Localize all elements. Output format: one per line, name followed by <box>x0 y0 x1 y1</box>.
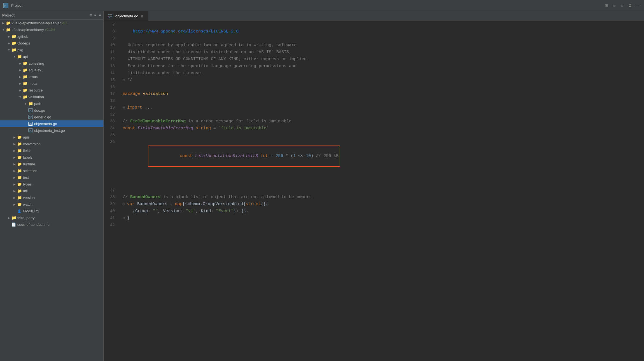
settings-btn[interactable]: ⚙ <box>627 3 633 8</box>
item-label: version <box>23 196 35 200</box>
sidebar-item-runtime[interactable]: ▶ 📁 runtime <box>0 161 103 167</box>
line-num: 38 <box>104 194 120 200</box>
sidebar-item-objectmeta-go[interactable]: ▶ go objectmeta.go <box>0 120 103 127</box>
sidebar-item-resource[interactable]: ▶ 📁 resource <box>0 87 103 93</box>
folder-icon: 📁 <box>22 95 27 99</box>
title-bar-title: Project <box>11 3 22 8</box>
sidebar-item-equality[interactable]: ▶ 📁 equality <box>0 67 103 73</box>
sidebar-item-pkg[interactable]: ▼ 📁 pkg <box>0 46 103 53</box>
line-content: Unless required by applicable law or agr… <box>120 42 644 49</box>
license-link[interactable]: http://www.apache.org/licenses/LICENSE-2… <box>133 29 239 34</box>
collapse-btn[interactable]: ≡ <box>612 3 617 8</box>
sidebar-header: Project ⊞ ≡ ≡ <box>0 11 103 20</box>
sidebar-item-apitesting[interactable]: ▶ 📁 apitesting <box>0 60 103 67</box>
sidebar-item-generic-go[interactable]: ▶ go generic.go <box>0 114 103 120</box>
folder-icon: 📁 <box>11 216 16 220</box>
sidebar-item-fields[interactable]: ▶ 📁 fields <box>0 147 103 154</box>
line-content: WITHOUT WARRANTIES OR CONDITIONS OF ANY … <box>120 56 644 63</box>
fold-icon[interactable]: ⊟ <box>123 215 127 222</box>
sidebar-item-test[interactable]: ▶ 📁 test <box>0 174 103 181</box>
item-label: api <box>23 55 28 59</box>
code-line-17: 17 package validation <box>104 90 644 97</box>
fold-icon[interactable]: ⊞ <box>123 104 127 111</box>
folder-icon: 📁 <box>11 41 16 45</box>
folder-icon: 📁 <box>22 75 27 79</box>
sidebar: Project ⊞ ≡ ≡ ▶ 📁 k8s.io/apiextensions-a… <box>0 11 104 361</box>
line-content: limitations under the License. <box>120 70 644 77</box>
tab-close-btn[interactable]: ✕ <box>140 14 144 18</box>
tab-file-icon: go <box>108 14 113 18</box>
line-num: 7 <box>104 21 120 28</box>
arrow-icon: ▶ <box>7 35 11 38</box>
arrow-icon: ▼ <box>7 48 11 51</box>
svg-text:P: P <box>4 4 6 7</box>
folder-icon: 📁 <box>17 202 22 206</box>
fold-icon[interactable]: ⊟ <box>123 201 127 208</box>
line-num: 33 <box>104 118 120 125</box>
item-label: conversion <box>23 142 41 146</box>
item-label: .github <box>17 34 28 39</box>
sidebar-item-coc[interactable]: ▶ 📄 code-of-conduct.md <box>0 221 103 228</box>
sidebar-item-apimachinery[interactable]: ▼ 📁 k8s.io/apimachinery v0.19.6 <box>0 26 103 33</box>
code-editor[interactable]: 7 8 http://www.apache.org/licenses/LICEN… <box>104 21 644 361</box>
sidebar-item-conversion[interactable]: ▶ 📁 conversion <box>0 140 103 147</box>
expand-btn[interactable]: ≡ <box>619 3 625 8</box>
sidebar-item-util[interactable]: ▶ 📁 util <box>0 187 103 194</box>
line-content: ⊟} <box>120 215 644 222</box>
line-content: const FieldImmutableErrorMsg string = `f… <box>120 125 644 132</box>
sidebar-item-third-party[interactable]: ▶ 📁 third_party <box>0 214 103 221</box>
line-num: 32 <box>104 111 120 118</box>
folder-icon: 📁 <box>22 88 27 92</box>
line-num: 35 <box>104 132 120 139</box>
item-label: Godeps <box>17 41 30 45</box>
minimize-btn[interactable]: — <box>635 3 641 8</box>
sidebar-item-godeps[interactable]: ▶ 📁 Godeps <box>0 40 103 46</box>
go-file-icon: go <box>28 128 33 132</box>
code-line-36: 36 const totalAnnotationSizeLimitB int =… <box>104 139 644 187</box>
sidebar-ctrl-3[interactable]: ≡ <box>99 13 101 18</box>
item-label: equality <box>29 68 41 72</box>
item-label: generic.go <box>34 115 51 119</box>
item-label: resource <box>29 88 43 92</box>
sidebar-item-validation[interactable]: ▼ 📁 validation <box>0 93 103 100</box>
line-num: 41 <box>104 215 120 221</box>
sidebar-item-version[interactable]: ▶ 📁 version <box>0 194 103 201</box>
sidebar-item-owners[interactable]: ▶ 👤 OWNERS <box>0 208 103 214</box>
code-line-11: 11 distributed under the License is dist… <box>104 49 644 56</box>
line-num: 37 <box>104 187 120 194</box>
sidebar-item-github[interactable]: ▶ 📁 .github <box>0 33 103 40</box>
arrow-icon: ▶ <box>12 136 17 139</box>
sidebar-item-apiextensions[interactable]: ▶ 📁 k8s.io/apiextensions-apiserver v0.1. <box>0 20 103 26</box>
sidebar-item-labels[interactable]: ▶ 📁 labels <box>0 154 103 161</box>
sidebar-item-selection[interactable]: ▶ 📁 selection <box>0 167 103 174</box>
tab-objectmeta[interactable]: go objectmeta.go ✕ <box>104 11 148 21</box>
code-line-39: 39 ⊟var BannedOwners = map[schema.GroupV… <box>104 201 644 208</box>
sidebar-item-doc-go[interactable]: ▶ go doc.go <box>0 107 103 114</box>
sidebar-item-watch[interactable]: ▶ 📁 watch <box>0 201 103 208</box>
sidebar-item-meta[interactable]: ▶ 📁 meta <box>0 80 103 87</box>
sidebar-item-objectmeta-test-go[interactable]: ▶ go objectmeta_test.go <box>0 127 103 134</box>
sidebar-item-api[interactable]: ▼ 📁 api <box>0 53 103 60</box>
sidebar-ctrl-1[interactable]: ⊞ <box>90 13 92 18</box>
sidebar-item-apis[interactable]: ▶ 📁 apis <box>0 134 103 140</box>
sidebar-item-types[interactable]: ▶ 📁 types <box>0 181 103 187</box>
code-line-19: 19 ⊞import ... <box>104 104 644 111</box>
line-content: http://www.apache.org/licenses/LICENSE-2… <box>120 28 644 35</box>
folder-icon: 📁 <box>17 135 22 139</box>
line-num: 40 <box>104 208 120 214</box>
sidebar-item-errors[interactable]: ▶ 📁 errors <box>0 73 103 80</box>
item-label: apitesting <box>29 61 44 65</box>
item-label: validation <box>29 95 44 99</box>
arrow-icon: ▶ <box>18 75 22 78</box>
sidebar-item-path[interactable]: ▶ 📁 path <box>0 100 103 107</box>
code-line-12: 12 WITHOUT WARRANTIES OR CONDITIONS OF A… <box>104 56 644 63</box>
code-line-41: 41 ⊟} <box>104 215 644 222</box>
item-label: errors <box>29 75 38 79</box>
item-label: k8s.io/apimachinery <box>12 28 44 32</box>
line-num: 10 <box>104 42 120 48</box>
layout-btn[interactable]: ⊞ <box>604 3 609 8</box>
fold-icon[interactable]: ⊟ <box>123 77 127 84</box>
code-line-14: 14 limitations under the License. <box>104 70 644 77</box>
sidebar-ctrl-2[interactable]: ≡ <box>94 13 96 18</box>
item-label: doc.go <box>34 108 45 112</box>
